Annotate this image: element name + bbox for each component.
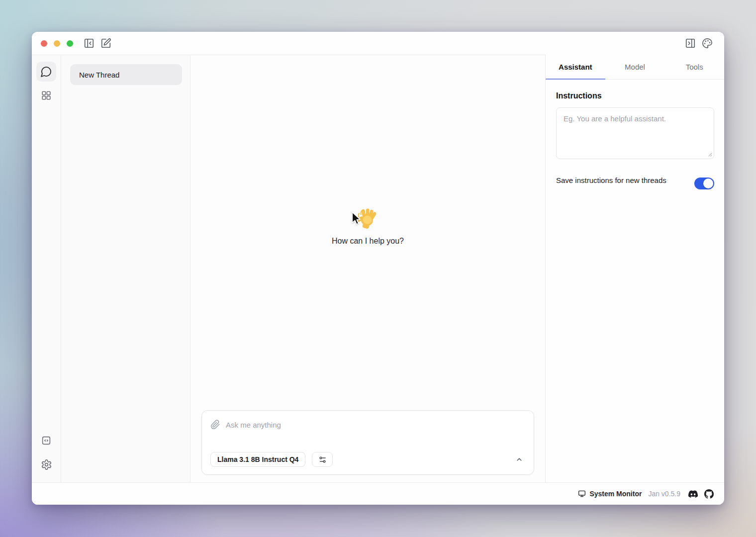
app-version: Jan v0.5.9: [648, 490, 680, 498]
thread-item-label: New Thread: [79, 71, 119, 79]
theme-palette-button[interactable]: [701, 37, 713, 49]
window-body: New Thread: [32, 55, 724, 482]
save-instructions-label: Save instructions for new threads: [556, 174, 666, 187]
titlebar: [32, 32, 724, 55]
discord-icon: [688, 489, 698, 499]
panel-right-close-icon: [685, 38, 696, 49]
model-selector-label: Llama 3.1 8B Instruct Q4: [217, 455, 298, 463]
mouse-cursor: [349, 211, 364, 226]
compose-icon: [100, 38, 111, 49]
toggle-knob: [703, 179, 713, 188]
toggle-right-panel-button[interactable]: [684, 37, 696, 49]
chevron-up-icon: [515, 455, 524, 464]
code-square-icon: [41, 435, 52, 446]
model-settings-button[interactable]: [312, 452, 333, 467]
instructions-textarea-wrap: [556, 107, 714, 159]
close-window-button[interactable]: [41, 40, 47, 47]
right-panel-tabs: Assistant Model Tools: [546, 55, 724, 80]
app-window: New Thread: [32, 32, 724, 505]
github-link-button[interactable]: [704, 489, 714, 499]
tab-tools[interactable]: Tools: [664, 55, 724, 79]
maximize-window-button[interactable]: [67, 40, 73, 47]
tab-model[interactable]: Model: [605, 55, 665, 79]
minimize-window-button[interactable]: [54, 40, 60, 47]
model-selector-button[interactable]: Llama 3.1 8B Instruct Q4: [210, 452, 305, 467]
chat-main-area: How can I help you? Llama 3.1 8B Instruc…: [190, 55, 546, 482]
chat-input-controls: Llama 3.1 8B Instruct Q4: [202, 452, 534, 474]
attach-file-button[interactable]: [210, 420, 220, 430]
active-tab-underline: [546, 79, 605, 80]
save-instructions-row: Save instructions for new threads: [556, 174, 714, 189]
save-instructions-toggle[interactable]: [694, 178, 714, 189]
collapse-input-panel-button[interactable]: [513, 453, 526, 466]
panel-left-close-icon: [84, 38, 94, 49]
greeting-text: How can I help you?: [332, 237, 404, 246]
tab-assistant[interactable]: Assistant: [546, 55, 605, 79]
right-panel: Assistant Model Tools Instructions Save …: [546, 55, 724, 482]
new-thread-compose-button[interactable]: [100, 37, 112, 49]
thread-list-panel: New Thread: [61, 55, 190, 482]
palette-icon: [702, 38, 713, 49]
nav-threads-button[interactable]: [36, 62, 56, 82]
chat-message-input[interactable]: [226, 421, 526, 429]
nav-hub-button[interactable]: [36, 86, 56, 105]
empty-state-greeting: How can I help you?: [190, 207, 545, 246]
assistant-tab-content: Instructions Save instructions for new t…: [546, 80, 724, 189]
gear-icon: [41, 459, 52, 470]
instructions-heading: Instructions: [556, 91, 714, 100]
discord-link-button[interactable]: [688, 489, 698, 499]
toggle-left-panel-button[interactable]: [83, 37, 95, 49]
grid-icon: [41, 90, 52, 101]
chat-input-row: [202, 411, 534, 430]
greeting-emoji-wrap: [357, 207, 379, 230]
chat-bubble-icon: [40, 66, 52, 78]
github-icon: [704, 489, 714, 499]
chat-input-card: Llama 3.1 8B Instruct Q4: [201, 410, 534, 475]
system-monitor-label: System Monitor: [589, 490, 642, 498]
statusbar: System Monitor Jan v0.5.9: [32, 482, 724, 505]
left-rail: [32, 55, 61, 482]
nav-local-api-server-button[interactable]: [36, 431, 56, 450]
instructions-textarea[interactable]: [556, 107, 714, 159]
paperclip-icon: [210, 420, 220, 430]
sliders-icon: [318, 455, 327, 464]
traffic-lights: [41, 40, 73, 47]
system-monitor-button[interactable]: System Monitor: [578, 490, 642, 498]
monitor-icon: [578, 490, 586, 498]
thread-item[interactable]: New Thread: [70, 64, 182, 85]
nav-settings-button[interactable]: [36, 454, 56, 474]
